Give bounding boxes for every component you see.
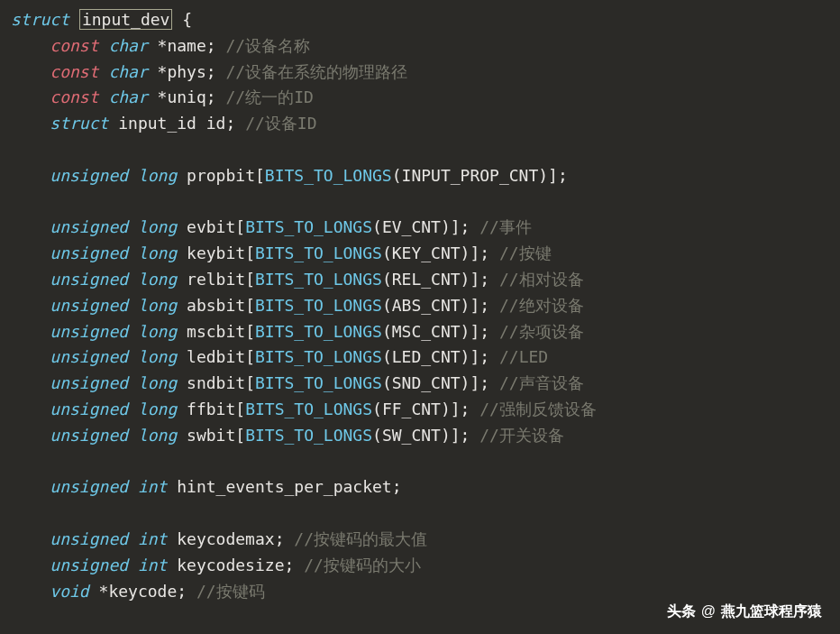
pointer-star: * bbox=[99, 582, 109, 601]
macro-arg: REL_CNT bbox=[392, 270, 461, 289]
semicolon: ; bbox=[479, 270, 489, 289]
keyword-char: char bbox=[108, 36, 147, 55]
semicolon: ; bbox=[225, 114, 235, 133]
code-line-blank bbox=[11, 137, 829, 163]
keyword-long: long bbox=[138, 217, 177, 236]
keyword-unsigned: unsigned bbox=[50, 347, 128, 366]
semicolon: ; bbox=[284, 556, 294, 574]
macro-name: BITS_TO_LONGS bbox=[265, 166, 392, 185]
bracket-open: [ bbox=[245, 373, 255, 392]
paren-open: ( bbox=[382, 373, 392, 392]
comment: //绝对设备 bbox=[499, 296, 584, 315]
paren-open: ( bbox=[382, 347, 392, 366]
bracket-close: ] bbox=[470, 322, 479, 341]
comment: //相对设备 bbox=[499, 270, 584, 289]
keyword-int: int bbox=[138, 477, 168, 496]
watermark-author: 燕九篮球程序猿 bbox=[721, 600, 822, 623]
comment: //开关设备 bbox=[479, 426, 564, 445]
bracket-close: ] bbox=[451, 400, 461, 418]
macro-arg: KEY_CNT bbox=[392, 243, 461, 262]
keyword-unsigned: unsigned bbox=[50, 217, 128, 236]
paren-close: ) bbox=[441, 426, 451, 445]
bracket-close: ] bbox=[451, 426, 461, 445]
keyword-long: long bbox=[138, 296, 177, 315]
semicolon: ; bbox=[558, 166, 568, 185]
paren-close: ) bbox=[461, 296, 470, 315]
field-name: id bbox=[206, 114, 226, 133]
field-name: keycodesize bbox=[177, 556, 284, 574]
macro-name: BITS_TO_LONGS bbox=[255, 270, 382, 289]
comment: //按键码的最大值 bbox=[294, 529, 427, 548]
field-name: ledbit bbox=[187, 347, 245, 366]
comment: //设备在系统的物理路径 bbox=[225, 62, 407, 81]
bracket-open: [ bbox=[235, 400, 245, 418]
comment: //统一的ID bbox=[225, 87, 313, 106]
keyword-int: int bbox=[138, 529, 168, 548]
field-name: absbit bbox=[187, 296, 245, 315]
bracket-close: ] bbox=[470, 373, 479, 392]
field-name: sndbit bbox=[187, 373, 245, 392]
keyword-unsigned: unsigned bbox=[50, 400, 128, 418]
keyword-const: const bbox=[50, 87, 98, 106]
keyword-unsigned: unsigned bbox=[50, 296, 128, 315]
pointer-star: * bbox=[158, 62, 168, 81]
keyword-struct: struct bbox=[50, 114, 108, 133]
semicolon: ; bbox=[392, 477, 402, 496]
comment: //按键码 bbox=[196, 582, 265, 601]
keyword-int: int bbox=[138, 556, 168, 574]
macro-arg: SW_CNT bbox=[382, 426, 441, 445]
paren-open: ( bbox=[372, 400, 382, 418]
field-name: name bbox=[167, 36, 205, 55]
bracket-open: [ bbox=[235, 217, 245, 236]
paren-close: ) bbox=[461, 270, 470, 289]
keyword-long: long bbox=[138, 400, 177, 418]
semicolon: ; bbox=[479, 243, 489, 262]
semicolon: ; bbox=[206, 62, 216, 81]
bracket-open: [ bbox=[245, 243, 255, 262]
macro-name: BITS_TO_LONGS bbox=[245, 426, 372, 445]
macro-arg: INPUT_PROP_CNT bbox=[402, 166, 539, 185]
code-line-blank bbox=[11, 501, 829, 527]
code-line: unsigned long sndbit[BITS_TO_LONGS(SND_C… bbox=[11, 371, 829, 397]
code-line: const char *uniq; //统一的ID bbox=[11, 85, 829, 111]
code-line: unsigned int keycodesize; //按键码的大小 bbox=[11, 553, 829, 579]
field-name: hint_events_per_packet bbox=[177, 477, 391, 496]
keyword-unsigned: unsigned bbox=[50, 373, 128, 392]
keyword-unsigned: unsigned bbox=[50, 166, 128, 185]
code-line: unsigned int keycodemax; //按键码的最大值 bbox=[11, 527, 829, 553]
semicolon: ; bbox=[206, 87, 216, 106]
macro-arg: MSC_CNT bbox=[392, 322, 461, 341]
watermark: 头条 @燕九篮球程序猿 bbox=[667, 600, 822, 623]
paren-open: ( bbox=[382, 243, 392, 262]
keyword-unsigned: unsigned bbox=[50, 529, 128, 548]
field-name: keycode bbox=[108, 582, 177, 601]
macro-arg: LED_CNT bbox=[392, 347, 461, 366]
macro-arg: FF_CNT bbox=[382, 400, 441, 418]
keyword-unsigned: unsigned bbox=[50, 243, 128, 262]
comment: //事件 bbox=[479, 217, 532, 236]
keyword-char: char bbox=[108, 62, 147, 81]
code-line: unsigned long absbit[BITS_TO_LONGS(ABS_C… bbox=[11, 293, 829, 319]
code-line: struct input_dev { bbox=[11, 7, 829, 33]
semicolon: ; bbox=[479, 347, 489, 366]
keyword-unsigned: unsigned bbox=[50, 426, 128, 445]
keyword-struct: struct bbox=[11, 10, 69, 29]
keyword-long: long bbox=[138, 347, 177, 366]
keyword-long: long bbox=[138, 166, 177, 185]
field-name: uniq bbox=[167, 87, 205, 106]
semicolon: ; bbox=[275, 529, 285, 548]
bracket-close: ] bbox=[470, 347, 479, 366]
bracket-open: [ bbox=[245, 322, 255, 341]
keyword-const: const bbox=[50, 36, 98, 55]
macro-name: BITS_TO_LONGS bbox=[255, 322, 382, 341]
bracket-open: [ bbox=[235, 426, 245, 445]
paren-close: ) bbox=[461, 373, 470, 392]
semicolon: ; bbox=[479, 373, 489, 392]
keyword-void: void bbox=[50, 582, 88, 601]
comment: //强制反馈设备 bbox=[479, 400, 597, 418]
keyword-long: long bbox=[138, 373, 177, 392]
bracket-close: ] bbox=[470, 243, 479, 262]
semicolon: ; bbox=[479, 296, 489, 315]
code-line: unsigned long swbit[BITS_TO_LONGS(SW_CNT… bbox=[11, 423, 829, 449]
code-line: struct input_id id; //设备ID bbox=[11, 111, 829, 137]
